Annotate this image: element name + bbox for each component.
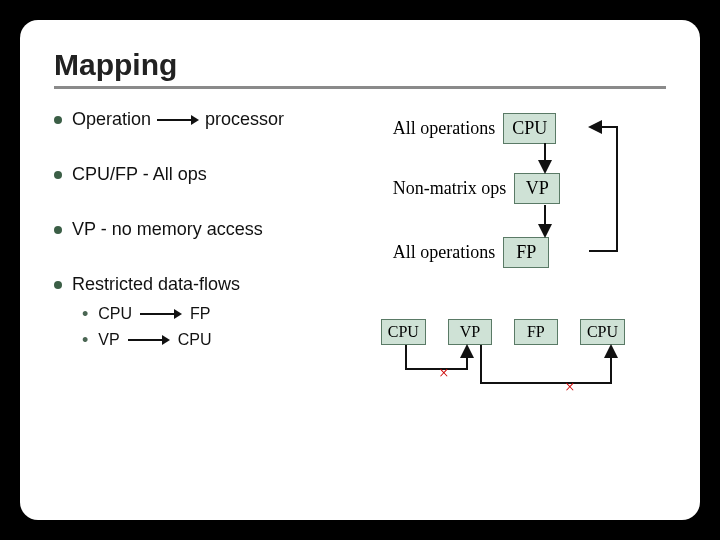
arrow-right-icon — [140, 308, 182, 320]
bullet-text: processor — [205, 109, 284, 130]
sub-bullet-icon: • — [82, 305, 88, 323]
arrow-right-icon — [128, 334, 170, 346]
bullet-list: Operation processor CPU/FP - All ops VP … — [54, 109, 375, 357]
slide: Mapping Operation processor CPU/FP - All… — [20, 20, 700, 520]
sub-text: CPU — [98, 305, 132, 323]
bullet-text: VP - no memory access — [72, 219, 263, 239]
bullet-dot-icon — [54, 171, 62, 179]
node-fp: FP — [503, 237, 549, 268]
node-cpu: CPU — [503, 113, 556, 144]
sub-list-item: • VP CPU — [82, 331, 375, 349]
list-item: Operation processor — [54, 109, 375, 130]
sub-text: CPU — [178, 331, 212, 349]
list-item: CPU/FP - All ops — [54, 164, 375, 185]
bullet-dot-icon — [54, 116, 62, 124]
page-title: Mapping — [54, 48, 666, 82]
list-item: Restricted data-flows • CPU FP • VP — [54, 274, 375, 357]
sub-list-item: • CPU FP — [82, 305, 375, 323]
title-rule — [54, 86, 666, 89]
diagram-row: All operations CPU — [393, 113, 557, 144]
bullet-text: Operation — [72, 109, 151, 130]
flow-node-fp: FP — [514, 319, 558, 345]
row-label: Non-matrix ops — [393, 178, 506, 199]
flow-chain: CPU VP FP CPU — [381, 319, 625, 345]
list-item: VP - no memory access — [54, 219, 375, 240]
row-label: All operations — [393, 118, 495, 139]
row-label: All operations — [393, 242, 495, 263]
node-vp: VP — [514, 173, 560, 204]
sub-text: FP — [190, 305, 210, 323]
sub-list: • CPU FP • VP CPU — [82, 305, 375, 349]
arrow-right-icon — [157, 114, 199, 126]
diagram-row: Non-matrix ops VP — [393, 173, 560, 204]
bullet-dot-icon — [54, 281, 62, 289]
flow-node-cpu2: CPU — [580, 319, 625, 345]
cross-mark-icon: × — [439, 363, 449, 384]
content-area: Operation processor CPU/FP - All ops VP … — [54, 109, 666, 469]
diagram-area: All operations CPU Non-matrix ops VP All… — [393, 109, 666, 469]
flow-node-cpu: CPU — [381, 319, 426, 345]
bullet-text: CPU/FP - All ops — [72, 164, 207, 184]
diagram-row: All operations FP — [393, 237, 549, 268]
sub-text: VP — [98, 331, 119, 349]
bullet-text: Restricted data-flows — [72, 274, 240, 294]
flow-node-vp: VP — [448, 319, 492, 345]
bullet-dot-icon — [54, 226, 62, 234]
bullet-list-area: Operation processor CPU/FP - All ops VP … — [54, 109, 375, 469]
cross-mark-icon: × — [565, 377, 575, 398]
sub-bullet-icon: • — [82, 331, 88, 349]
